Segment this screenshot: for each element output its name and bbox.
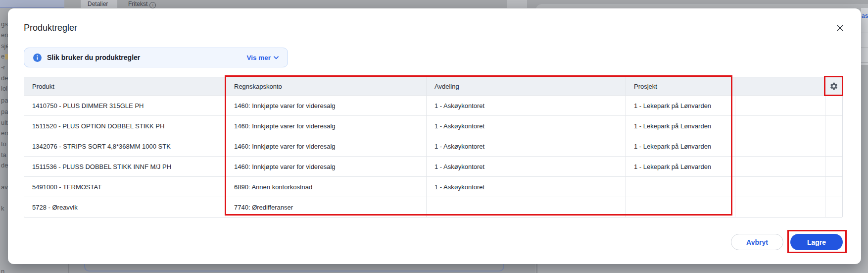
info-banner: Slik bruker du produktregler Vis mer (24, 48, 288, 67)
cell-regnskapskonto[interactable]: 1460: Innkjøpte varer for videresalg (226, 157, 426, 176)
background-tab-detalier: Detalier (88, 0, 108, 7)
cell-produkt: 1410750 - PLUS DIMMER 315GLE PH (24, 96, 226, 115)
cell-actions (825, 136, 842, 156)
cell-produkt: 5728 - Øreavvik (24, 197, 226, 217)
cell-produkt: 1342076 - STRIPS SORT 4,8*368MM 1000 STK (24, 136, 226, 156)
cell-empty (735, 197, 825, 217)
column-header-empty (735, 77, 825, 95)
cell-produkt: 1511520 - PLUS OPTION DOBBEL STIKK PH (24, 116, 226, 136)
left-fragment: n (1, 268, 4, 273)
column-header-regnskapskonto: Regnskapskonto (226, 77, 426, 95)
screen: Detalier Friteksti as gs era sje e -r de… (0, 0, 868, 273)
left-fragment: e (1, 53, 4, 60)
left-fragment: lol (1, 85, 7, 92)
left-fragment: pa (1, 97, 8, 104)
left-fragment: k (1, 205, 4, 212)
cell-prosjekt[interactable] (626, 177, 735, 197)
background-topbar-segment (507, 0, 527, 8)
left-fragment: ult (1, 119, 8, 126)
left-fragment: ta (1, 151, 6, 159)
table-row: 5491000 - TERMOSTAT 6890: Annen kontorko… (24, 176, 842, 197)
cell-actions (825, 96, 842, 115)
cell-empty (735, 157, 825, 176)
info-icon (33, 54, 42, 62)
cell-regnskapskonto[interactable]: 6890: Annen kontorkostnad (226, 177, 426, 197)
table-header-row: Produkt Regnskapskonto Avdeling Prosjekt (24, 77, 842, 95)
left-fragment: pa (1, 108, 8, 115)
cell-prosjekt[interactable]: 1 - Lekepark på Lønvarden (626, 136, 735, 156)
cell-actions (825, 157, 842, 176)
close-icon (836, 24, 844, 32)
table-row: 5728 - Øreavvik 7740: Øredifferanser (24, 197, 842, 217)
background-tab-fritekst: Friteksti (128, 0, 156, 8)
background-topleft-button (0, 0, 64, 8)
background-link-fragment: as (862, 12, 868, 19)
close-button[interactable] (834, 22, 845, 33)
cell-avdeling[interactable] (426, 197, 626, 217)
left-fragment: av (1, 183, 8, 191)
cell-empty (735, 177, 825, 197)
column-header-prosjekt: Prosjekt (626, 77, 735, 95)
cell-regnskapskonto[interactable]: 1460: Innkjøpte varer for videresalg (226, 96, 426, 115)
chevron-down-icon (274, 56, 279, 59)
left-fragment: -r (1, 63, 5, 71)
column-header-avdeling: Avdeling (426, 77, 626, 95)
background-divider (861, 62, 868, 63)
cell-regnskapskonto[interactable]: 7740: Øredifferanser (226, 197, 426, 217)
cell-prosjekt[interactable] (626, 197, 735, 217)
cell-regnskapskonto[interactable]: 1460: Innkjøpte varer for videresalg (226, 116, 426, 136)
cell-prosjekt[interactable]: 1 - Lekepark på Lønvarden (626, 157, 735, 176)
cell-empty (735, 136, 825, 156)
cell-avdeling[interactable]: 1 - Askøykontoret (426, 157, 626, 176)
cell-avdeling[interactable]: 1 - Askøykontoret (426, 177, 626, 197)
cell-avdeling[interactable]: 1 - Askøykontoret (426, 96, 626, 115)
background-divider (68, 264, 69, 273)
table-row: 1511536 - PLUSS DOBBEL STIKK INNF M/J PH… (24, 156, 842, 176)
left-fragment: to (1, 140, 6, 148)
cell-avdeling[interactable]: 1 - Askøykontoret (426, 116, 626, 136)
info-banner-title: Slik bruker du produktregler (47, 54, 140, 61)
cell-actions (825, 177, 842, 197)
cell-actions (825, 116, 842, 136)
vis-mer-button[interactable]: Vis mer (246, 54, 279, 61)
cell-avdeling[interactable]: 1 - Askøykontoret (426, 136, 626, 156)
cell-actions (825, 197, 842, 217)
save-button[interactable]: Lagre (790, 234, 843, 250)
left-fragment: de (1, 74, 8, 82)
left-fragment: gs (1, 20, 8, 28)
cell-prosjekt[interactable]: 1 - Lekepark på Lønvarden (626, 96, 735, 115)
page-title: Produktregler (24, 23, 77, 33)
cell-prosjekt[interactable]: 1 - Lekepark på Lønvarden (626, 116, 735, 136)
produktregler-modal: Produktregler Slik bruker du produktregl… (8, 8, 861, 264)
cell-produkt: 5491000 - TERMOSTAT (24, 177, 226, 197)
table-settings-button[interactable] (825, 77, 842, 95)
column-header-produkt: Produkt (24, 77, 226, 95)
cell-produkt: 1511536 - PLUSS DOBBEL STIKK INNF M/J PH (24, 157, 226, 176)
product-rules-table: Produkt Regnskapskonto Avdeling Prosjekt… (24, 77, 843, 218)
background-divider (861, 48, 868, 48)
info-outline-icon: i (149, 2, 156, 8)
background-divider (861, 33, 868, 33)
background-divider (536, 264, 537, 273)
cell-regnskapskonto[interactable]: 1460: Innkjøpte varer for videresalg (226, 136, 426, 156)
cell-empty (735, 116, 825, 136)
gear-icon (829, 82, 838, 91)
table-row: 1342076 - STRIPS SORT 4,8*368MM 1000 STK… (24, 136, 842, 156)
cancel-button[interactable]: Avbryt (731, 234, 783, 250)
table-row: 1511520 - PLUS OPTION DOBBEL STIKK PH 14… (24, 115, 842, 136)
cell-empty (735, 96, 825, 115)
table-row: 1410750 - PLUS DIMMER 315GLE PH 1460: In… (24, 95, 842, 115)
